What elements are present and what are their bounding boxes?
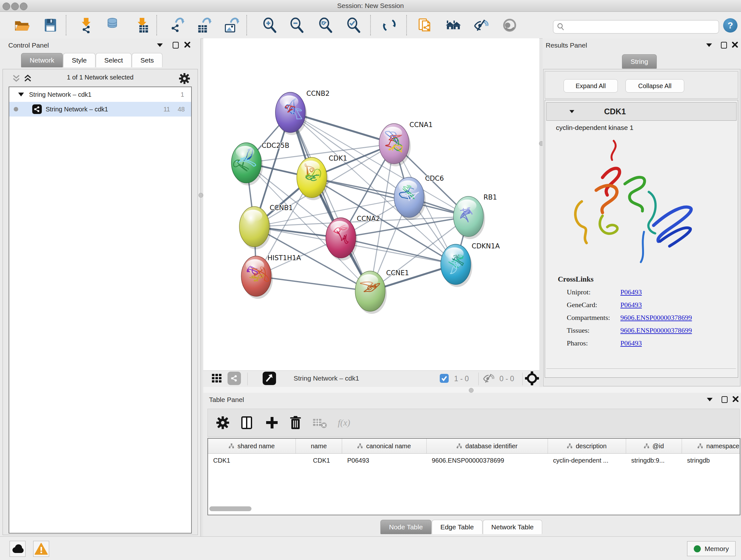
panel-menu-icon[interactable] xyxy=(707,398,713,401)
export-network-icon[interactable] xyxy=(169,17,185,34)
panel-close-icon[interactable] xyxy=(732,396,739,402)
network-collection-label: String Network – cdk1 xyxy=(29,91,91,98)
collapse-section-icon[interactable] xyxy=(569,110,574,113)
node-table[interactable]: shared namename canonical name database … xyxy=(207,438,740,515)
expand-all-button[interactable]: Expand All xyxy=(563,79,618,92)
table-cell[interactable]: stringdb:9... xyxy=(626,457,682,464)
current-network-name: String Network – cdk1 xyxy=(293,374,359,382)
network-canvas[interactable]: CCNB2CCNA1CDC25BCDK1CDC6RB1CCNB1CCNA2CDK… xyxy=(203,38,539,370)
panel-float-icon[interactable] xyxy=(722,396,728,403)
crosslink-link[interactable]: P06493 xyxy=(620,288,642,296)
import-network-database-icon[interactable] xyxy=(105,17,122,34)
collapse-all-button[interactable]: Collapse All xyxy=(625,79,684,92)
column-header-description[interactable]: description xyxy=(548,439,626,453)
crosslink-link[interactable]: 9606.ENSP00000378699 xyxy=(620,314,692,321)
tab-sets[interactable]: Sets xyxy=(132,53,162,67)
tab-network[interactable]: Network xyxy=(21,53,63,67)
table-cell[interactable]: 9606.ENSP00000378699 xyxy=(427,457,548,464)
panel-menu-icon[interactable] xyxy=(157,44,163,47)
tab-string[interactable]: String xyxy=(622,54,657,69)
tab-select[interactable]: Select xyxy=(96,53,131,67)
network-graph[interactable]: CCNB2CCNA1CDC25BCDK1CDC6RB1CCNB1CCNA2CDK… xyxy=(203,38,539,370)
network-icon xyxy=(32,105,42,114)
panel-close-icon[interactable] xyxy=(732,42,738,48)
title-bar: Session: New Session xyxy=(0,0,741,12)
status-bar: Memory xyxy=(0,537,741,560)
memory-button[interactable]: Memory xyxy=(687,541,736,556)
eye-slash-icon[interactable] xyxy=(473,17,489,34)
left-splitter-handle[interactable] xyxy=(199,193,203,198)
cloud-icon[interactable] xyxy=(10,541,25,557)
table-cell[interactable]: stringdb xyxy=(682,457,740,464)
network-row[interactable]: String Network – cdk1 11 48 xyxy=(9,102,191,117)
string-app-icon[interactable] xyxy=(416,17,433,34)
control-panel: Control Panel NetworkStyleSelectSets 1 o… xyxy=(0,38,201,537)
selected-checkbox[interactable] xyxy=(439,373,450,384)
splitter-handle[interactable] xyxy=(469,388,474,393)
table-cell[interactable]: CDK1 xyxy=(208,457,296,464)
column-header-canonical-name[interactable]: canonical name xyxy=(342,439,427,453)
home-icon[interactable] xyxy=(445,17,461,34)
table-cell[interactable]: CDK1 xyxy=(296,457,342,464)
column-header-shared-name[interactable]: shared name xyxy=(208,439,296,453)
svg-text:CCNA2: CCNA2 xyxy=(357,215,380,223)
svg-text:CCNB1: CCNB1 xyxy=(270,204,293,212)
refresh-icon[interactable] xyxy=(381,17,398,34)
gear-icon[interactable] xyxy=(215,415,230,430)
tab-node-table[interactable]: Node Table xyxy=(381,520,431,534)
tab-style[interactable]: Style xyxy=(63,53,95,67)
columns-icon[interactable] xyxy=(240,415,254,430)
open-in-window-icon[interactable] xyxy=(262,371,276,386)
table-cell[interactable]: cyclin-dependent ... xyxy=(548,457,626,464)
share-icon[interactable] xyxy=(227,371,241,386)
panel-close-icon[interactable] xyxy=(184,42,191,48)
panel-menu-icon[interactable] xyxy=(706,44,712,47)
zoom-selected-icon[interactable] xyxy=(345,17,362,34)
zoom-fit-icon[interactable] xyxy=(317,17,334,34)
tab-network-table[interactable]: Network Table xyxy=(483,520,542,534)
help-icon[interactable]: ? xyxy=(723,18,738,33)
tab-edge-table[interactable]: Edge Table xyxy=(432,520,482,534)
birdseye-icon[interactable] xyxy=(525,371,539,385)
delete-column-icon[interactable] xyxy=(288,415,303,430)
table-cell[interactable]: P06493 xyxy=(342,457,427,464)
warning-icon[interactable] xyxy=(33,541,49,557)
svg-text:CDC25B: CDC25B xyxy=(262,142,289,149)
node-count: 11 xyxy=(163,106,170,113)
add-column-icon[interactable] xyxy=(265,415,279,430)
column-header-namespace[interactable]: namespace xyxy=(682,439,740,453)
control-panel-title: Control Panel xyxy=(8,42,49,49)
table-row[interactable]: CDK1CDK1P064939606.ENSP00000378699cyclin… xyxy=(208,454,740,467)
protein-header[interactable]: CDK1 xyxy=(546,102,737,121)
column-header-database-identifier[interactable]: database identifier xyxy=(427,439,548,453)
export-image-icon[interactable] xyxy=(223,17,240,34)
search-box[interactable] xyxy=(553,20,719,34)
zoom-in-icon[interactable] xyxy=(261,17,278,34)
zoom-out-icon[interactable] xyxy=(288,17,305,34)
column-header-name[interactable]: name xyxy=(296,439,342,453)
import-table-icon[interactable] xyxy=(134,17,150,34)
crosslink-link[interactable]: P06493 xyxy=(620,301,642,309)
panel-float-icon[interactable] xyxy=(173,42,179,49)
toolbar-separator xyxy=(66,15,66,36)
eye-icon[interactable] xyxy=(501,17,518,34)
search-input[interactable] xyxy=(565,23,716,31)
panel-float-icon[interactable] xyxy=(721,42,727,49)
crosslink-link[interactable]: P06493 xyxy=(620,339,642,347)
open-session-icon[interactable] xyxy=(13,17,30,34)
gear-icon[interactable] xyxy=(179,73,190,84)
save-session-icon[interactable] xyxy=(42,17,59,34)
horizontal-scrollbar[interactable] xyxy=(209,506,252,511)
network-collection-row[interactable]: String Network – cdk1 1 xyxy=(9,87,191,102)
grid-view-icon[interactable] xyxy=(210,371,224,386)
column-type-icon xyxy=(229,443,234,449)
horizontal-splitter[interactable] xyxy=(203,387,741,393)
export-table-icon[interactable] xyxy=(196,17,212,34)
column-header-@id[interactable]: @id xyxy=(626,439,682,453)
nav-separator xyxy=(478,373,479,385)
import-network-file-icon[interactable] xyxy=(78,17,94,34)
column-type-icon xyxy=(357,443,363,449)
network-list: String Network – cdk1 1 String Network –… xyxy=(9,86,192,534)
crosslink-link[interactable]: 9606.ENSP00000378699 xyxy=(620,326,692,334)
expander-icon[interactable] xyxy=(18,92,24,97)
